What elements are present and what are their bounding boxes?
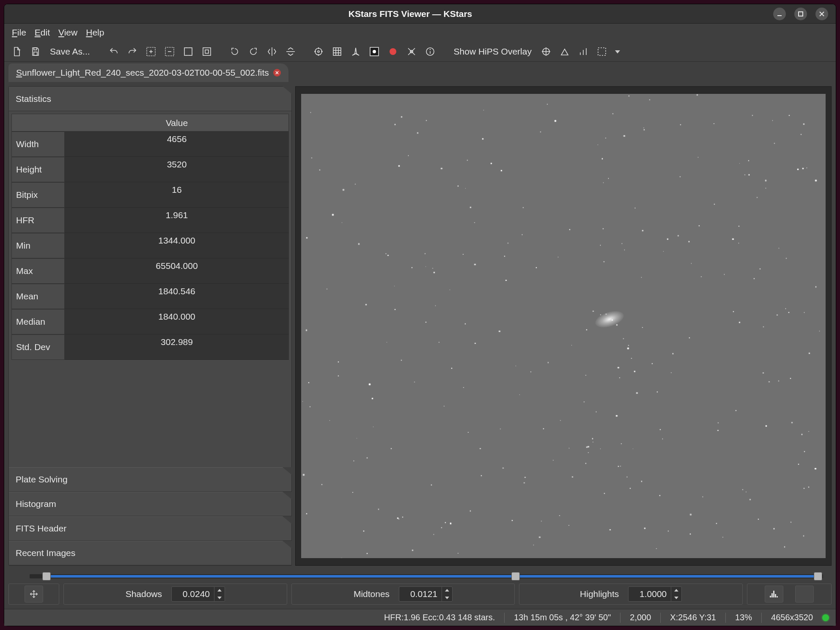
- accordion-histogram[interactable]: Histogram: [9, 492, 291, 516]
- svg-marker-52: [445, 589, 449, 592]
- minimize-button[interactable]: [773, 8, 786, 20]
- menu-help[interactable]: Help: [86, 27, 104, 38]
- svg-rect-57: [771, 593, 773, 597]
- window-title: KStars FITS Viewer — KStars: [55, 9, 766, 19]
- svg-marker-45: [615, 50, 620, 54]
- flip-horizontal-button[interactable]: [265, 45, 279, 58]
- toolbar-dropdown-button[interactable]: [614, 45, 621, 58]
- mark-stars-button[interactable]: [349, 45, 362, 58]
- spin-down-icon[interactable]: [442, 594, 452, 602]
- statusbar: HFR:1.96 Ecc:0.43 148 stars. 13h 15m 05s…: [4, 609, 836, 626]
- menu-edit[interactable]: Edit: [35, 27, 50, 38]
- open-file-button[interactable]: [10, 45, 24, 58]
- maximize-button[interactable]: [794, 8, 807, 20]
- save-as-button[interactable]: Save As...: [47, 47, 93, 57]
- status-zoom: 13%: [735, 613, 752, 622]
- svg-marker-51: [217, 597, 222, 599]
- svg-rect-1: [799, 12, 803, 16]
- close-button[interactable]: [815, 8, 828, 20]
- record-button[interactable]: [386, 45, 400, 58]
- svg-marker-40: [561, 49, 568, 55]
- zoom-out-button[interactable]: [163, 45, 176, 58]
- table-header: Value: [11, 114, 289, 131]
- zoom-fit-button[interactable]: [181, 45, 195, 58]
- stretch-controls: Shadows 0.0240 Midtones 0.0121 Highlight…: [4, 582, 836, 609]
- accordion-label: Histogram: [16, 499, 56, 509]
- fits-image[interactable]: [301, 94, 826, 558]
- tab-active[interactable]: Sunflower_Light_Red_240_secs_2020-03-02T…: [8, 63, 288, 82]
- svg-marker-53: [445, 597, 449, 599]
- accordion-statistics[interactable]: Statistics: [9, 87, 291, 111]
- table-row: Width4656: [11, 131, 289, 157]
- galaxy-icon: [593, 308, 626, 331]
- titlebar: KStars FITS Viewer — KStars: [4, 4, 836, 24]
- shadows-spinbox[interactable]: 0.0240: [171, 586, 225, 602]
- svg-marker-27: [352, 48, 359, 55]
- svg-marker-55: [674, 597, 678, 599]
- info-button[interactable]: [423, 45, 437, 58]
- spin-up-icon[interactable]: [214, 586, 225, 594]
- status-xy: X:2546 Y:31: [670, 613, 716, 622]
- menubar: File Edit View Help: [4, 24, 836, 41]
- shadows-thumb[interactable]: [42, 572, 51, 581]
- accordion-fits-header[interactable]: FITS Header: [9, 516, 291, 541]
- debayer-button[interactable]: [405, 45, 418, 58]
- highlights-spinbox[interactable]: 1.0000: [628, 586, 682, 602]
- menu-file[interactable]: File: [12, 27, 26, 38]
- redo-button[interactable]: [126, 45, 139, 58]
- table-row: Min1344.000: [11, 233, 289, 258]
- highlights-thumb[interactable]: [814, 572, 822, 581]
- flip-vertical-button[interactable]: [284, 45, 297, 58]
- toolbar: Save As... Show HiPS Overlay: [4, 41, 836, 62]
- star-profile-button[interactable]: [368, 45, 381, 58]
- selection-icon-button[interactable]: [595, 45, 609, 58]
- svg-rect-13: [205, 50, 209, 53]
- accordion-label: Recent Images: [16, 548, 75, 558]
- spin-up-icon[interactable]: [671, 586, 681, 594]
- slider-fill: [47, 575, 819, 578]
- levels-icon-button[interactable]: [576, 45, 590, 58]
- svg-point-16: [315, 48, 322, 55]
- zoom-in-button[interactable]: [144, 45, 158, 58]
- rotate-cw-button[interactable]: [247, 45, 260, 58]
- svg-point-29: [373, 50, 376, 53]
- svg-marker-50: [217, 589, 222, 592]
- save-button[interactable]: [29, 45, 42, 58]
- accordion-plate-solving[interactable]: Plate Solving: [9, 467, 291, 492]
- scope-icon-button[interactable]: [558, 45, 571, 58]
- crosshair-button[interactable]: [312, 45, 325, 58]
- table-row: Height3520: [11, 157, 289, 182]
- svg-point-17: [318, 51, 319, 52]
- midtones-spinbox[interactable]: 0.0121: [399, 586, 453, 602]
- svg-rect-56: [770, 596, 771, 597]
- show-hips-overlay-button[interactable]: Show HiPS Overlay: [451, 47, 534, 57]
- spin-down-icon[interactable]: [671, 594, 681, 602]
- spin-up-icon[interactable]: [442, 586, 452, 594]
- image-view[interactable]: [295, 86, 832, 566]
- col-value: Value: [65, 114, 288, 131]
- led-indicator-icon: [822, 614, 829, 621]
- spin-down-icon[interactable]: [214, 594, 225, 602]
- undo-button[interactable]: [107, 45, 121, 58]
- histogram-button[interactable]: [765, 586, 783, 603]
- tabbar: Sunflower_Light_Red_240_secs_2020-03-02T…: [4, 62, 836, 82]
- midtones-thumb[interactable]: [511, 572, 520, 581]
- pixel-grid-button[interactable]: [330, 45, 344, 58]
- svg-rect-4: [34, 48, 37, 50]
- target-icon-button[interactable]: [539, 45, 553, 58]
- accordion-label: FITS Header: [16, 523, 66, 534]
- tab-close-button[interactable]: [273, 69, 281, 77]
- rotate-ccw-button[interactable]: [228, 45, 242, 58]
- status-hfr: HFR:1.96 Ecc:0.43 148 stars.: [384, 613, 495, 622]
- menu-view[interactable]: View: [58, 27, 77, 38]
- accordion-recent-images[interactable]: Recent Images: [9, 541, 291, 565]
- stretch-slider[interactable]: [4, 570, 836, 582]
- app-window: KStars FITS Viewer — KStars File Edit Vi…: [4, 4, 836, 626]
- auto-stretch-toggle[interactable]: [795, 586, 814, 603]
- zoom-actual-button[interactable]: [200, 45, 214, 58]
- side-panel: Statistics Value Width4656 Height3520 Bi…: [8, 86, 292, 566]
- status-dims: 4656x3520: [771, 613, 813, 622]
- move-tool-button[interactable]: [25, 586, 43, 603]
- table-row: Median1840.000: [11, 309, 289, 334]
- accordion-label: Plate Solving: [16, 474, 68, 485]
